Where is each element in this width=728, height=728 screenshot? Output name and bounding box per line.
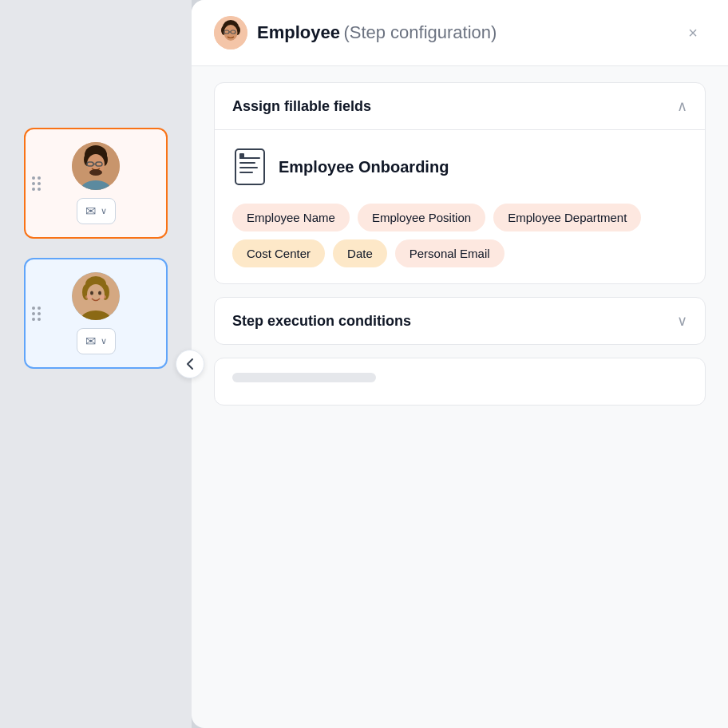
card-2-action[interactable]: ✉ ∨ xyxy=(77,328,116,354)
panel-header: Employee (Step configuration) × xyxy=(192,0,728,66)
tag-employee-department[interactable]: Employee Department xyxy=(493,204,641,231)
svg-point-16 xyxy=(98,291,101,295)
panel-body: Assign fillable fields ∧ xyxy=(192,66,728,728)
assign-fields-content: Employee Onboarding Employee Name Employ… xyxy=(215,130,705,283)
workflow-card-2: ✉ ∨ xyxy=(24,258,168,369)
chevron-icon-1: ∨ xyxy=(101,206,107,216)
mail-icon-2: ✉ xyxy=(85,334,96,349)
step-conditions-header[interactable]: Step execution conditions ∨ xyxy=(215,298,705,344)
svg-point-14 xyxy=(87,284,105,305)
partial-placeholder-line xyxy=(232,373,376,382)
back-button[interactable] xyxy=(176,350,204,378)
workflow-background: ✉ ∨ xyxy=(0,0,192,728)
svg-point-8 xyxy=(89,169,102,176)
step-conditions-chevron: ∨ xyxy=(677,312,687,330)
tag-date[interactable]: Date xyxy=(333,239,387,267)
chevron-icon-2: ∨ xyxy=(101,336,107,346)
tag-employee-name[interactable]: Employee Name xyxy=(232,204,350,231)
svg-point-17 xyxy=(85,295,92,299)
document-title: Employee Onboarding xyxy=(279,158,449,176)
mail-icon-1: ✉ xyxy=(85,204,96,219)
drag-handle-1[interactable] xyxy=(32,176,41,191)
document-header: Employee Onboarding xyxy=(232,146,687,188)
workflow-card-1: ✉ ∨ xyxy=(24,128,168,239)
svg-point-18 xyxy=(100,295,106,299)
assign-fields-section: Assign fillable fields ∧ xyxy=(214,82,706,284)
drag-handle-2[interactable] xyxy=(32,307,41,321)
panel-subtitle: (Step configuration) xyxy=(343,22,497,42)
header-left: Employee (Step configuration) xyxy=(214,16,497,49)
step-conditions-section: Step execution conditions ∨ xyxy=(214,297,706,345)
step-conditions-title: Step execution conditions xyxy=(232,313,411,330)
svg-point-15 xyxy=(90,291,93,295)
document-icon xyxy=(232,146,267,188)
tag-cost-center[interactable]: Cost Center xyxy=(232,239,325,267)
field-tags-container: Employee Name Employee Position Employee… xyxy=(232,204,687,267)
card-1-action[interactable]: ✉ ∨ xyxy=(77,198,116,224)
partial-section-card xyxy=(214,358,706,406)
partial-content xyxy=(215,358,705,397)
assign-fields-chevron: ∧ xyxy=(677,97,687,115)
header-title-group: Employee (Step configuration) xyxy=(257,22,497,43)
tag-personal-email[interactable]: Personal Email xyxy=(395,239,504,267)
tag-employee-position[interactable]: Employee Position xyxy=(358,204,485,231)
avatar-person2 xyxy=(72,272,120,320)
header-avatar xyxy=(214,16,247,49)
assign-fields-title: Assign fillable fields xyxy=(232,98,371,115)
panel-title: Employee xyxy=(257,22,340,42)
close-button[interactable]: × xyxy=(680,20,706,46)
assign-fields-header[interactable]: Assign fillable fields ∧ xyxy=(215,83,705,130)
configuration-panel: Employee (Step configuration) × Assign f… xyxy=(192,0,728,728)
svg-rect-29 xyxy=(239,153,244,159)
avatar-person1 xyxy=(72,142,120,190)
